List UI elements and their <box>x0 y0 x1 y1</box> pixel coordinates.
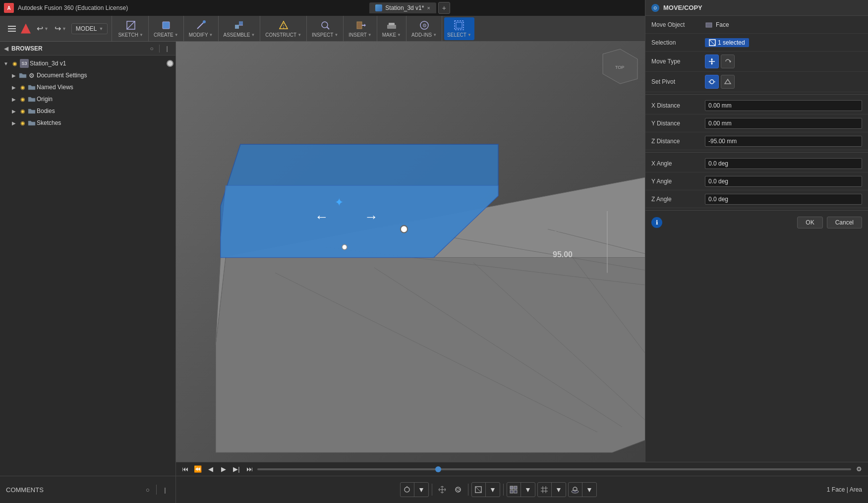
move-type-translate-button[interactable] <box>705 55 719 68</box>
selection-label: Selection <box>651 39 701 46</box>
environment-button[interactable] <box>569 483 582 497</box>
root-item-label: Station_3d v1 <box>30 60 166 67</box>
timeline-play-button[interactable]: ▶ <box>219 464 229 474</box>
sketches-item[interactable]: ▶ ◉ Sketches <box>0 117 175 129</box>
y-angle-label: Y Angle <box>651 178 701 185</box>
x-distance-input[interactable] <box>705 100 862 111</box>
zoom-dropdown-button[interactable]: ▼ <box>486 483 500 497</box>
z-distance-input[interactable] <box>705 136 862 147</box>
svg-rect-60 <box>510 486 513 489</box>
sketch-button[interactable]: SKETCH ▼ <box>115 17 146 40</box>
zoom-fit-button[interactable] <box>472 483 486 497</box>
ok-button[interactable]: OK <box>797 217 822 228</box>
select-button[interactable]: SELECT ▼ <box>444 17 474 40</box>
snap-dropdown-button[interactable]: ▼ <box>414 483 428 497</box>
svg-rect-63 <box>514 490 517 493</box>
sketches-visibility-icon[interactable]: ◉ <box>19 119 27 127</box>
make-button[interactable]: MAKE ▼ <box>379 17 404 40</box>
cancel-button[interactable]: Cancel <box>827 217 862 228</box>
construct-button[interactable]: CONSTRUCT ▼ <box>262 17 304 40</box>
info-button[interactable]: ℹ <box>651 217 662 228</box>
redo-button[interactable]: ↪ ▼ <box>52 22 69 35</box>
root-tree-item[interactable]: ▼ ◉ S3 Station_3d v1 <box>0 57 175 69</box>
bodies-item[interactable]: ▶ ◉ Bodies <box>0 105 175 117</box>
document-tab[interactable]: Station_3d v1* × <box>369 2 436 13</box>
construct-group: CONSTRUCT ▼ <box>260 16 307 41</box>
snap-button[interactable] <box>401 483 414 497</box>
named-views-folder-icon <box>28 83 36 91</box>
root-target-icon <box>167 60 174 67</box>
svg-point-33 <box>401 225 407 233</box>
grid-button[interactable] <box>538 483 552 497</box>
cube-icon <box>375 4 382 11</box>
browser-expand-button[interactable]: | <box>163 44 172 53</box>
svg-rect-42 <box>706 23 712 27</box>
document-settings-item[interactable]: ▶ ⚙ Document Settings <box>0 69 175 81</box>
make-icon <box>386 20 397 31</box>
timeline-bar[interactable] <box>257 468 851 470</box>
modify-button[interactable]: MODIFY ▼ <box>186 17 216 40</box>
timeline-next-button[interactable]: ▶| <box>231 464 241 474</box>
comments-expand-button[interactable]: | <box>161 485 170 494</box>
orbit-button[interactable] <box>451 483 465 497</box>
move-type-rotate-button[interactable] <box>721 55 735 68</box>
timeline-thumb[interactable] <box>435 466 441 472</box>
selection-badge[interactable]: 1 selected <box>705 38 749 47</box>
display-mode-button[interactable] <box>507 483 521 497</box>
svg-rect-15 <box>389 23 395 25</box>
pivot-button-1[interactable] <box>705 75 719 89</box>
tab-close-button[interactable]: × <box>427 5 430 11</box>
vp-separator-1 <box>432 484 432 496</box>
undo-button[interactable]: ↩ ▼ <box>34 22 52 35</box>
y-distance-input[interactable] <box>705 118 862 129</box>
addins-icon: ⚙ <box>419 20 430 31</box>
svg-rect-61 <box>514 486 517 489</box>
sketches-label: Sketches <box>37 119 174 126</box>
addins-button[interactable]: ⚙ ADD-INS ▼ <box>408 17 440 40</box>
timeline-rewind-button[interactable]: ⏪ <box>193 464 203 474</box>
svg-rect-19 <box>456 22 462 28</box>
viewport-tools: ▼ ▼ ▼ <box>176 482 821 497</box>
root-visibility-icon[interactable]: ◉ <box>11 59 19 67</box>
svg-rect-11 <box>357 22 362 29</box>
pan-button[interactable] <box>435 483 449 497</box>
timeline-end-button[interactable]: ⏭ <box>244 464 254 474</box>
doc-settings-chevron: ▶ <box>10 71 18 79</box>
timeline-start-button[interactable]: ⏮ <box>180 464 190 474</box>
browser-collapse-icon[interactable]: ◀ <box>4 45 8 52</box>
move-object-value: Face <box>705 21 862 29</box>
svg-point-68 <box>572 490 579 493</box>
view-cube[interactable]: TOP <box>600 47 640 86</box>
named-views-visibility-icon[interactable]: ◉ <box>19 83 27 91</box>
browser-pin-button[interactable]: ○ <box>147 44 156 53</box>
inspect-button[interactable]: INSPECT ▼ <box>309 17 341 40</box>
svg-point-35 <box>342 244 347 249</box>
z-angle-input[interactable] <box>705 194 862 205</box>
display-dropdown-button[interactable]: ▼ <box>521 483 535 497</box>
assemble-button[interactable]: ASSEMBLE ▼ <box>221 17 258 40</box>
pivot-button-2[interactable] <box>721 75 735 89</box>
new-tab-button[interactable]: + <box>438 2 450 14</box>
create-button[interactable]: CREATE ▼ <box>151 17 181 40</box>
bodies-visibility-icon[interactable]: ◉ <box>19 107 27 115</box>
status-text: 1 Face | Area <box>827 486 862 493</box>
z-distance-row: Z Distance <box>645 132 868 150</box>
origin-item[interactable]: ▶ ◉ Origin <box>0 93 175 105</box>
insert-button[interactable]: INSERT ▼ <box>346 17 374 40</box>
y-angle-input[interactable] <box>705 176 862 187</box>
comments-add-button[interactable]: ○ <box>143 485 152 494</box>
move-copy-panel: ⊙ MOVE/COPY Move Object Face Selection 1… <box>645 0 868 503</box>
grid-dropdown-button[interactable]: ▼ <box>552 483 566 497</box>
named-views-item[interactable]: ▶ ◉ Named Views <box>0 81 175 93</box>
sketches-chevron: ▶ <box>10 119 18 127</box>
x-angle-input[interactable] <box>705 158 862 169</box>
timeline-settings-button[interactable]: ⚙ <box>854 464 864 474</box>
insert-icon <box>355 20 366 31</box>
origin-visibility-icon[interactable]: ◉ <box>19 95 27 103</box>
workspace-dropdown[interactable]: MODEL ▼ <box>71 23 108 34</box>
environment-dropdown-button[interactable]: ▼ <box>582 483 596 497</box>
hamburger-menu-button[interactable] <box>6 23 18 35</box>
app-logo-button[interactable] <box>20 23 32 35</box>
timeline-prev-button[interactable]: ◀ <box>206 464 216 474</box>
svg-rect-14 <box>387 25 396 29</box>
